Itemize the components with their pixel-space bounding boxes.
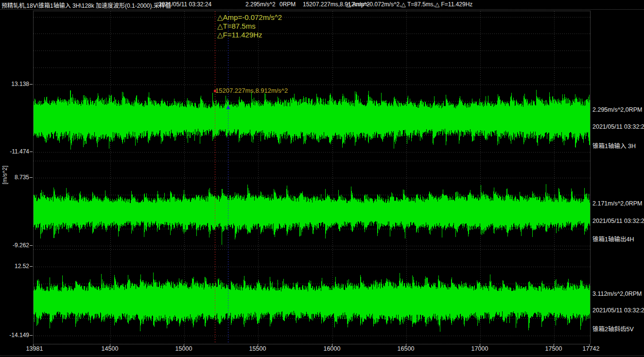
x-label-17500: 17500 (545, 345, 562, 352)
header-delta-readout: △ Amp=-0.072m/s^2,△ T=87.5ms,△ F=11.429H… (347, 1, 472, 8)
delta-amp-text: △Amp=-0.072m/s^2 (217, 13, 282, 22)
x-label-15500: 15500 (249, 345, 266, 352)
x-label-15000: 15000 (175, 345, 192, 352)
y-tick-mark (30, 335, 33, 336)
channel1-reading: 2.295m/s^2,0RPM (592, 106, 642, 113)
y-tick-mark (30, 152, 33, 152)
channel1-timestamp: 2021/05/11 03:32:24 (592, 123, 644, 130)
cursor-value-label: 15207.227ms,8.912m/s^2 (215, 87, 288, 94)
y-label-trace3-max: 12.52 (0, 263, 29, 270)
channel3-name: 锥箱2轴斜齿5V (592, 324, 634, 333)
x-label-13981: 13981 (26, 345, 43, 352)
header-divider (0, 9, 644, 10)
channel2-timestamp: 2021/05/11 03:32:24 (592, 218, 644, 224)
channel3-timestamp: 2021/05/11 03:32:24 (592, 307, 644, 314)
x-label-17742: 17742 (583, 345, 600, 352)
waveform-analyzer-screen: { "header": { "title": "预精轧机,18V\\锥箱1轴输入… (0, 0, 644, 357)
header-timestamp: 2021/05/11 03:32:24 (158, 1, 211, 8)
waveform-trace-2 (34, 184, 590, 245)
header-rpm: 0RPM (279, 1, 296, 8)
header-title: 预精轧机,18V\锥箱1轴输入 3H\128k 加速度波形(0.1-2000).… (1, 1, 171, 9)
channel3-reading: 3.112m/s^2,0RPM (592, 290, 642, 297)
delta-time-text: △T=87.5ms (217, 22, 256, 31)
y-label-trace2-min: -9.262 (0, 242, 29, 249)
y-label-trace2-max: 8.735 (0, 174, 29, 181)
y-tick-mark (30, 266, 33, 267)
delta-freq-text: △F=11.429Hz (217, 31, 262, 39)
waveform-trace-3 (34, 272, 590, 332)
x-label-14500: 14500 (102, 345, 119, 352)
channel2-reading: 2.171m/s^2,0RPM (592, 200, 642, 207)
waveform-plot-area[interactable] (33, 11, 591, 344)
bottom-divider (0, 356, 644, 356)
y-label-trace3-min: -14.149 (0, 332, 29, 339)
channel1-name: 锥箱1轴输入 3H (592, 141, 636, 150)
x-label-17000: 17000 (471, 345, 488, 352)
channel2-name: 锥箱1轴输出4H (592, 234, 634, 243)
x-label-16000: 16000 (324, 345, 341, 352)
y-label-trace1-max: 13.138 (0, 81, 29, 87)
y-tick-mark (30, 177, 33, 178)
y-label-trace1-min: -11.474 (0, 148, 29, 155)
y-tick-mark (30, 245, 33, 246)
waveform-canvas[interactable] (34, 11, 590, 344)
x-label-16500: 16500 (398, 345, 415, 352)
y-tick-mark (30, 84, 33, 85)
header-amplitude: 2.295m/s^2 (245, 1, 276, 8)
waveform-trace-1 (34, 90, 590, 150)
